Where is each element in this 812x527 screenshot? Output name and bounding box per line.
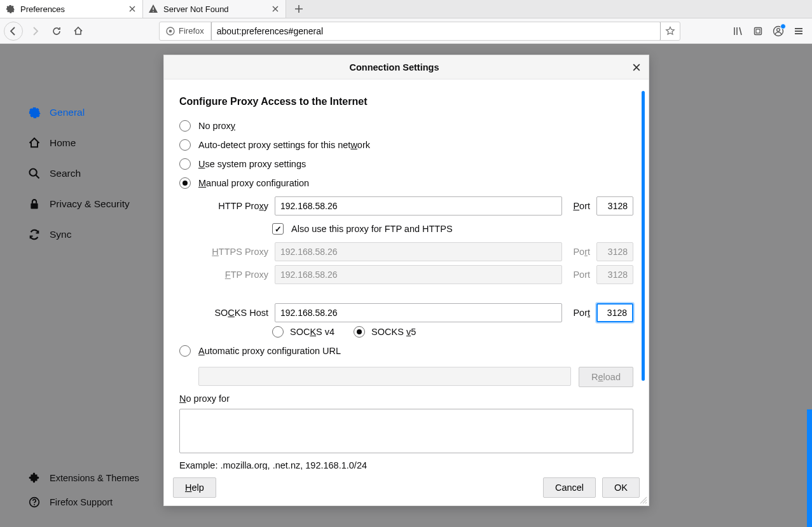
svg-rect-3 <box>756 29 760 33</box>
sidebar-item-sync[interactable]: Sync <box>0 219 159 250</box>
nav-toolbar: Firefox <box>0 18 812 44</box>
sidebar-item-extensions[interactable]: Extensions & Themes <box>0 466 159 490</box>
search-icon <box>28 167 41 180</box>
sidebar-item-search[interactable]: Search <box>0 158 159 189</box>
ftp-proxy-row: FTP Proxy Port <box>198 265 633 284</box>
https-proxy-input <box>275 242 562 261</box>
sidebar-item-label: Home <box>50 137 76 149</box>
socks-host-label: SOCKS Host <box>198 308 268 318</box>
http-proxy-label: HTTP Proxy <box>198 201 268 211</box>
close-icon[interactable] <box>127 4 137 14</box>
sidebar-item-privacy[interactable]: Privacy & Security <box>0 189 159 219</box>
svg-point-1 <box>169 29 172 32</box>
svg-rect-7 <box>31 203 38 209</box>
radio-use-system[interactable]: Use system proxy settings <box>179 154 633 174</box>
connection-settings-dialog: Connection Settings Configure Proxy Acce… <box>163 55 649 506</box>
no-proxy-for-textarea[interactable] <box>179 409 633 453</box>
url-input[interactable] <box>211 22 661 41</box>
no-proxy-for-label: No proxy for <box>179 394 633 404</box>
preferences-sidebar: General Home Search Privacy & Security S… <box>0 44 159 527</box>
sidebar-item-label: Extensions & Themes <box>50 473 139 483</box>
sync-icon <box>28 228 41 241</box>
app-menu-icon[interactable] <box>789 22 808 41</box>
radio-auto-config-url[interactable]: Automatic proxy configuration URL <box>179 341 633 360</box>
account-icon[interactable] <box>769 22 788 41</box>
socks-port-input[interactable] <box>596 303 633 322</box>
firefox-icon <box>166 27 175 36</box>
svg-point-5 <box>777 28 780 31</box>
sidebar-item-label: Search <box>50 168 81 179</box>
library-icon[interactable] <box>728 22 747 41</box>
dialog-heading: Configure Proxy Access to the Internet <box>179 96 633 107</box>
home-icon <box>28 137 41 149</box>
sidebar-item-label: Privacy & Security <box>50 198 130 210</box>
sidebar-item-label: Firefox Support <box>50 497 113 507</box>
ftp-port-label: Port <box>568 270 590 280</box>
tab-title: Preferences <box>20 4 122 14</box>
socks-host-row: SOCKS Host Port <box>198 303 633 322</box>
tab-preferences[interactable]: Preferences <box>0 0 143 18</box>
warning-icon <box>148 4 158 14</box>
https-port-input <box>596 242 633 261</box>
sidebar-item-support[interactable]: Firefox Support <box>0 490 159 514</box>
ftp-proxy-label: FTP Proxy <box>198 270 268 280</box>
example-text: Example: .mozilla.org, .net.nz, 192.168.… <box>179 460 633 470</box>
checkbox-also-use[interactable]: Also use this proxy for FTP and HTTPS <box>272 219 633 238</box>
socks-host-input[interactable] <box>275 303 562 322</box>
gear-icon <box>28 106 41 119</box>
forward-button <box>25 22 45 41</box>
ftp-proxy-input <box>275 265 562 284</box>
identity-box[interactable]: Firefox <box>160 22 211 40</box>
http-proxy-input[interactable] <box>275 196 562 216</box>
sidebar-item-general[interactable]: General <box>0 97 159 128</box>
lock-icon <box>28 198 41 210</box>
svg-rect-2 <box>755 27 762 34</box>
new-tab-button[interactable] <box>290 1 308 17</box>
https-port-label: Port <box>568 247 590 257</box>
https-proxy-row: HTTPS Proxy Port <box>198 242 633 261</box>
http-proxy-row: HTTP Proxy Port <box>198 196 633 216</box>
dialog-title: Connection Settings <box>164 62 624 72</box>
dialog-titlebar: Connection Settings <box>164 55 649 79</box>
https-proxy-label: HTTPS Proxy <box>198 247 268 257</box>
ok-button[interactable]: OK <box>602 477 640 498</box>
reader-view-icon[interactable] <box>748 22 767 41</box>
bookmark-star-icon[interactable] <box>661 26 680 36</box>
sidebar-item-label: General <box>50 107 85 118</box>
close-icon[interactable] <box>624 55 649 79</box>
sidebar-item-home[interactable]: Home <box>0 128 159 158</box>
tab-title: Server Not Found <box>163 4 265 14</box>
home-button[interactable] <box>69 22 88 41</box>
ftp-port-input <box>596 265 633 284</box>
radio-no-proxy[interactable]: No proxy <box>179 116 633 135</box>
http-port-label: Port <box>568 201 590 211</box>
tab-strip: Preferences Server Not Found <box>0 0 812 18</box>
radio-auto-detect[interactable]: Auto-detect proxy settings for this netw… <box>179 135 633 154</box>
question-icon <box>28 496 41 509</box>
tab-server-not-found[interactable]: Server Not Found <box>143 0 286 18</box>
svg-point-9 <box>34 504 35 505</box>
radio-manual[interactable]: Manual proxy configuration <box>179 174 633 193</box>
puzzle-icon <box>28 472 41 484</box>
pac-url-input <box>198 367 571 386</box>
identity-label: Firefox <box>179 26 204 36</box>
reload-button[interactable] <box>47 22 66 41</box>
url-bar[interactable]: Firefox <box>159 22 680 41</box>
page-scrollbar[interactable] <box>807 409 812 527</box>
back-button[interactable] <box>4 22 23 41</box>
dialog-scrollbar[interactable] <box>642 91 645 381</box>
dialog-body: Configure Proxy Access to the Internet N… <box>164 79 649 470</box>
reload-button: Reload <box>579 367 633 387</box>
help-button[interactable]: Help <box>173 477 216 498</box>
svg-point-6 <box>30 169 37 176</box>
radio-socks5[interactable] <box>354 326 365 338</box>
close-icon[interactable] <box>270 4 280 14</box>
resize-grip-icon[interactable] <box>638 495 647 504</box>
cancel-button[interactable]: Cancel <box>543 477 596 498</box>
gear-icon <box>5 4 15 14</box>
dialog-footer: Help Cancel OK <box>164 470 649 505</box>
radio-socks4[interactable] <box>272 326 284 338</box>
sidebar-item-label: Sync <box>50 229 71 240</box>
also-use-label: Also use this proxy for FTP and HTTPS <box>291 224 453 234</box>
http-port-input[interactable] <box>596 196 633 216</box>
